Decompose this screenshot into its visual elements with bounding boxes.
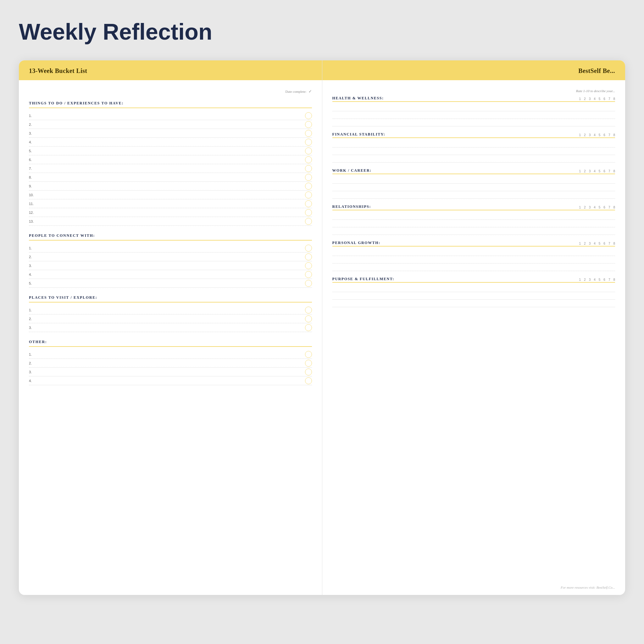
left-header: 13-Week Bucket List [19,60,322,80]
rating-line [332,111,615,119]
rating-lines-personal [332,248,615,271]
rating-numbers-personal: 12345678 [579,242,615,245]
circle-checkbox[interactable] [305,369,312,375]
rating-line [332,184,615,191]
circle-checkbox[interactable] [305,156,312,163]
section-underline-things [29,108,312,108]
rating-underline-purpose [332,282,615,283]
circle-checkbox[interactable] [305,209,312,216]
rating-section-relationships: RELATIONSHIPS: 12345678 [332,204,615,235]
list-item: 8. [29,173,312,182]
list-item: 3. [29,129,312,138]
rating-header-financial: FINANCIAL STABILITY: 12345678 [332,132,615,137]
rating-underline-personal [332,246,615,247]
circle-checkbox[interactable] [305,351,312,358]
rating-header-work: WORK / CAREER: 12345678 [332,168,615,173]
rating-section-purpose: PURPOSE & FULFILLMENT: 12345678 [332,277,615,307]
list-item: 12. [29,208,312,217]
rating-lines-financial [332,140,615,163]
rating-line [332,147,615,155]
list-item: 4. [29,376,312,385]
circle-checkbox[interactable] [305,192,312,198]
circle-checkbox[interactable] [305,174,312,181]
rating-lines-purpose [332,285,615,307]
circle-checkbox[interactable] [305,139,312,146]
list-item: 3. [29,323,312,332]
list-item: 2. [29,359,312,368]
date-complete-row: Date complete: ✓ [29,89,312,94]
section-title-other: OTHER: [29,340,312,344]
circle-checkbox[interactable] [305,377,312,384]
left-content: Date complete: ✓ THINGS TO DO / EXPERIEN… [19,80,322,595]
list-item: 1. [29,350,312,359]
rating-line [332,212,615,220]
left-panel: 13-Week Bucket List Date complete: ✓ THI… [19,60,322,595]
circle-checkbox[interactable] [305,280,312,287]
rating-line [332,220,615,227]
circle-checkbox[interactable] [305,218,312,225]
rating-line [332,155,615,163]
journal-card: 13-Week Bucket List Date complete: ✓ THI… [19,60,625,595]
rating-label-personal: PERSONAL GROWTH: [332,241,380,245]
list-item: 10. [29,191,312,199]
circle-checkbox[interactable] [305,271,312,278]
circle-checkbox[interactable] [305,315,312,322]
people-list: 1. 2. 3. 4. 5. [29,244,312,288]
rating-numbers-relationships: 12345678 [579,206,615,209]
date-complete-label: Date complete: [286,90,307,93]
list-item: 1. [29,244,312,253]
rating-line [332,264,615,271]
list-item: 11. [29,199,312,208]
rating-header-health: HEALTH & WELLNESS: 12345678 [332,96,615,101]
other-list: 1. 2. 3. 4. [29,350,312,385]
rating-lines-relationships [332,212,615,235]
list-item: 2. [29,253,312,261]
list-item: 9. [29,182,312,191]
circle-checkbox[interactable] [305,360,312,367]
circle-checkbox[interactable] [305,121,312,128]
rating-underline-health [332,101,615,102]
footer-note: For more resources visit: BestSelf.Co... [322,582,625,595]
rating-line [332,300,615,307]
right-content: Rate 1-10 to describe your... HEALTH & W… [322,80,625,582]
section-underline-places [29,302,312,303]
section-underline-people [29,240,312,241]
circle-checkbox[interactable] [305,130,312,137]
list-item: 4. [29,270,312,279]
rating-underline-relationships [332,210,615,210]
rating-line [332,191,615,199]
list-item: 7. [29,164,312,173]
rating-label-financial: FINANCIAL STABILITY: [332,132,386,137]
circle-checkbox[interactable] [305,307,312,314]
rating-numbers-purpose: 12345678 [579,278,615,281]
checkmark-icon: ✓ [308,89,312,94]
rating-line [332,292,615,300]
circle-checkbox[interactable] [305,324,312,331]
rating-line [332,285,615,292]
rating-label-health: HEALTH & WELLNESS: [332,96,384,101]
circle-checkbox[interactable] [305,262,312,269]
rating-line [332,248,615,256]
circle-checkbox[interactable] [305,183,312,190]
page-title: Weekly Reflection [19,19,625,45]
list-item: 4. [29,138,312,147]
right-header: BestSelf Be... [322,60,625,80]
circle-checkbox[interactable] [305,245,312,252]
circle-checkbox[interactable] [305,200,312,207]
rating-section-financial: FINANCIAL STABILITY: 12345678 [332,132,615,163]
places-list: 1. 2. 3. [29,306,312,332]
list-item: 3. [29,368,312,376]
rating-underline-financial [332,137,615,138]
section-title-things: THINGS TO DO / EXPERIENCES TO HAVE: [29,101,312,106]
circle-checkbox[interactable] [305,165,312,172]
rating-label-relationships: RELATIONSHIPS: [332,204,371,209]
circle-checkbox[interactable] [305,112,312,119]
rating-numbers-health: 12345678 [579,97,615,101]
right-panel: BestSelf Be... Rate 1-10 to describe you… [322,60,625,595]
circle-checkbox[interactable] [305,253,312,260]
rating-section-work: WORK / CAREER: 12345678 [332,168,615,199]
circle-checkbox[interactable] [305,147,312,154]
rating-numbers-work: 12345678 [579,169,615,173]
rating-label-purpose: PURPOSE & FULFILLMENT: [332,277,394,281]
list-item: 1. [29,306,312,314]
